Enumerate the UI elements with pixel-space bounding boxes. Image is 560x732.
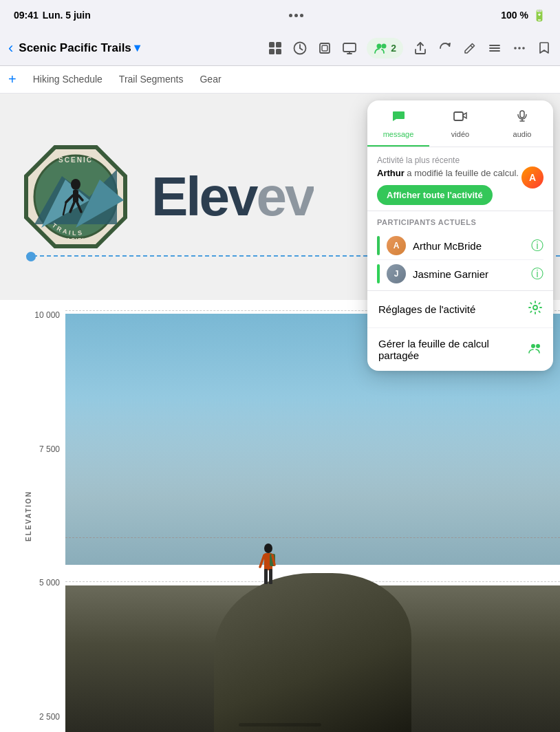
lines-icon[interactable]	[487, 41, 502, 56]
jasmine-color-bar	[377, 264, 380, 283]
grid-icon[interactable]	[268, 41, 283, 56]
more-icon[interactable]	[512, 41, 527, 56]
dot1	[289, 14, 292, 17]
y-axis-labels: 10 000 7 500 5 000 2 500	[0, 300, 65, 732]
svg-rect-43	[454, 112, 463, 120]
doc-title[interactable]: Scenic Pacific Trails ▾	[19, 41, 140, 55]
share-icon[interactable]	[413, 41, 428, 56]
popup-tabs: message vidéo	[367, 100, 553, 147]
pencil-icon[interactable]	[462, 41, 477, 56]
svg-text:SCENIC: SCENIC	[58, 156, 93, 164]
svg-point-20	[522, 47, 525, 50]
activity-settings-button[interactable]: Réglages de l'activité	[367, 291, 553, 328]
back-button[interactable]: ‹	[8, 39, 13, 57]
selection-dot	[26, 252, 36, 261]
svg-text:PACIFIC: PACIFIC	[63, 237, 89, 243]
toolbar-right: 2	[268, 38, 552, 58]
svg-point-36	[264, 543, 272, 553]
svg-line-41	[260, 555, 264, 567]
collaboration-count: 2	[391, 43, 396, 54]
jasmine-name: Jasmine Garnier	[413, 268, 524, 280]
y-label-5000: 5 000	[0, 578, 65, 588]
popup-activity-section: Activité la plus récente Arthur a modifi…	[367, 147, 553, 211]
foreground-rock	[214, 573, 412, 732]
collaboration-button[interactable]: 2	[367, 38, 403, 58]
dot3	[300, 14, 303, 17]
status-bar-right: 100 % 🔋	[501, 9, 546, 22]
bookmark-icon[interactable]	[537, 41, 552, 56]
svg-rect-1	[276, 42, 281, 47]
tab-hiking-schedule[interactable]: Hiking Schedule	[25, 71, 111, 89]
arthur-name: Arthur McBride	[413, 240, 524, 252]
svg-point-26	[71, 179, 80, 190]
collaboration-popup[interactable]: message vidéo	[367, 100, 553, 371]
participant-jasmine[interactable]: J Jasmine Garnier ⓘ	[377, 260, 543, 288]
distant-mountains	[65, 398, 560, 565]
popup-tab-audio-label: audio	[513, 130, 532, 138]
sheet-title-rest: ev	[257, 166, 314, 227]
status-bar: 09:41 Lun. 5 juin 100 % 🔋	[0, 0, 560, 30]
video-tab-icon	[453, 109, 468, 127]
battery-icon: 🔋	[532, 9, 546, 22]
toolbar: ‹ Scenic Pacific Trails ▾	[0, 30, 560, 66]
arthur-color-bar	[377, 236, 380, 255]
arthur-info-icon[interactable]: ⓘ	[531, 237, 543, 254]
svg-rect-8	[322, 45, 327, 51]
layers-icon[interactable]	[317, 41, 332, 56]
home-indicator	[239, 723, 321, 726]
status-time: 09:41	[14, 10, 39, 21]
mountain-photo	[65, 314, 560, 732]
activity-settings-label: Réglages de l'activité	[378, 303, 475, 315]
manage-shared-icon	[528, 341, 542, 358]
svg-rect-9	[343, 43, 356, 52]
logo-container: SCENIC PACIFIC TRAILS	[21, 142, 131, 252]
refresh-icon[interactable]	[438, 41, 453, 56]
svg-rect-0	[269, 42, 274, 47]
scenic-trails-logo: SCENIC PACIFIC TRAILS	[21, 142, 131, 252]
manage-shared-label: Gérer la feuille de calcul partagée	[378, 338, 528, 361]
popup-tab-audio[interactable]: audio	[491, 109, 553, 147]
add-sheet-button[interactable]: +	[8, 72, 17, 87]
popup-actions-section: Réglages de l'activité Gérer la feuille …	[367, 290, 553, 371]
popup-participants-section: PARTICIPANTS ACTUELS A Arthur McBride ⓘ …	[367, 211, 553, 290]
y-label-10000: 10 000	[0, 310, 65, 320]
activity-user-avatar: A	[521, 166, 543, 189]
jasmine-avatar: J	[387, 264, 406, 283]
manage-shared-spreadsheet-button[interactable]: Gérer la feuille de calcul partagée	[367, 328, 553, 371]
clock-icon[interactable]	[292, 41, 308, 56]
back-chevron-icon: ‹	[8, 39, 13, 57]
y-label-2500: 2 500	[0, 712, 65, 722]
y-label-7500: 7 500	[0, 444, 65, 454]
show-all-activity-button[interactable]: Afficher toute l'activité	[377, 185, 493, 205]
tab-gear[interactable]: Gear	[191, 71, 229, 89]
activity-description: Arthur a modifié la feuille de calcul.	[377, 168, 519, 178]
doc-title-chevron-icon: ▾	[134, 41, 140, 55]
svg-rect-7	[320, 43, 330, 53]
popup-tab-video-label: vidéo	[451, 130, 469, 138]
activity-section-title: Activité la plus récente	[377, 155, 543, 165]
svg-line-14	[471, 45, 473, 48]
participants-section-title: PARTICIPANTS ACTUELS	[377, 218, 543, 226]
doc-title-text: Scenic Pacific Trails	[19, 41, 131, 55]
svg-point-13	[382, 43, 387, 48]
svg-rect-2	[269, 49, 274, 54]
popup-tab-message[interactable]: message	[367, 109, 429, 147]
screen-icon[interactable]	[342, 41, 357, 56]
toolbar-left: ‹ Scenic Pacific Trails ▾	[8, 39, 140, 57]
main-content: SCENIC PACIFIC TRAILS Elevev 10 000 7 50…	[0, 94, 560, 732]
dot2	[294, 14, 298, 17]
svg-point-19	[518, 47, 521, 50]
svg-line-6	[300, 48, 303, 50]
svg-point-12	[377, 43, 382, 48]
message-tab-icon	[391, 109, 406, 127]
status-bar-left: 09:41 Lun. 5 juin	[14, 10, 91, 21]
popup-tab-video[interactable]: vidéo	[429, 109, 491, 147]
participant-arthur[interactable]: A Arthur McBride ⓘ	[377, 232, 543, 260]
sheet-title-text: Elev	[151, 166, 257, 227]
jasmine-info-icon[interactable]: ⓘ	[531, 266, 543, 282]
arthur-avatar: A	[387, 236, 406, 255]
svg-point-45	[533, 305, 537, 310]
tab-trail-segments[interactable]: Trail Segments	[111, 71, 192, 89]
sheet-title: Elevev	[151, 165, 314, 228]
svg-rect-39	[264, 569, 268, 584]
